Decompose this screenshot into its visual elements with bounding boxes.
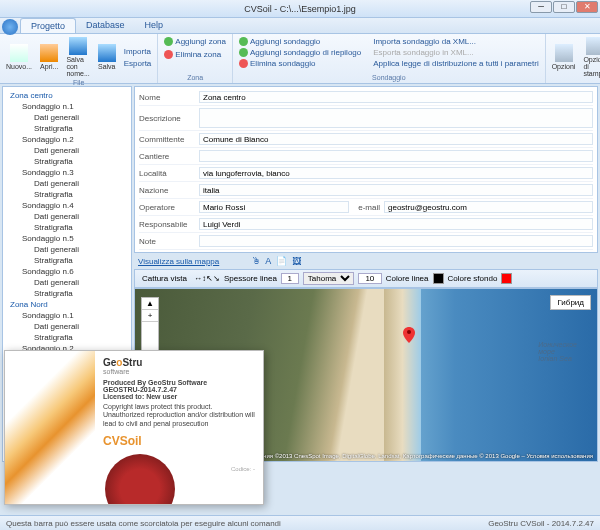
input-desc[interactable] xyxy=(199,108,593,128)
export-button[interactable]: Esporta xyxy=(122,58,154,69)
map-toolbar: Cattura vista ↔↕↖↘ Spessore linea Tahoma… xyxy=(134,269,598,288)
tree-leaf[interactable]: Dati generali xyxy=(6,244,128,255)
show-on-map-link[interactable]: Visualizza sulla mappa xyxy=(138,257,219,266)
tree-survey[interactable]: Sondaggio n.4 xyxy=(6,200,128,211)
tree-leaf[interactable]: Stratigrafia xyxy=(6,222,128,233)
delete-zone-button[interactable]: Elimina zona xyxy=(162,49,223,60)
x-icon xyxy=(239,59,248,68)
font-select[interactable]: Tahoma xyxy=(303,272,354,285)
input-loc[interactable]: via lungoferrovia, bianco xyxy=(199,167,593,179)
status-bar: Questa barra può essere usata come scorc… xyxy=(0,515,600,530)
tree-survey[interactable]: Sondaggio n.2 xyxy=(6,134,128,145)
ribbon-tabs: Progetto Database Help xyxy=(0,18,600,34)
tree-zone[interactable]: Zona Nord xyxy=(6,299,128,310)
label-desc: Descrizione xyxy=(139,114,199,123)
brand-logo: GeoStru xyxy=(103,357,255,368)
titlebar: CVSoil - C:\...\Esempio1.jpg ─ □ ✕ xyxy=(0,0,600,18)
apply-law-button[interactable]: Applica legge di distribuzione a tutti i… xyxy=(371,58,540,69)
arrows-icon[interactable]: ↔↕↖↘ xyxy=(194,274,220,283)
label-naz: Nazione xyxy=(139,186,199,195)
input-naz[interactable]: italia xyxy=(199,184,593,196)
input-oper[interactable]: Mario Rossi xyxy=(199,201,349,213)
tree-leaf[interactable]: Dati generali xyxy=(6,211,128,222)
label-oper: Operatore xyxy=(139,203,199,212)
add-survey-button[interactable]: Aggiungi sondaggio xyxy=(237,36,363,47)
input-email[interactable]: geostru@geostru.com xyxy=(384,201,593,213)
tree-survey[interactable]: Sondaggio n.5 xyxy=(6,233,128,244)
capture-view-button[interactable]: Cattura vista xyxy=(139,273,190,284)
tree-leaf[interactable]: Dati generali xyxy=(6,277,128,288)
tree-leaf[interactable]: Dati generali xyxy=(6,321,128,332)
add-summary-button[interactable]: Aggiungi sondaggio di riepilogo xyxy=(237,47,363,58)
tree-survey[interactable]: Sondaggio n.1 xyxy=(6,101,128,112)
import-xml-button[interactable]: Importa sondaggio da XML... xyxy=(371,36,540,47)
label-cant: Cantiere xyxy=(139,152,199,161)
product-name: CVSoil xyxy=(103,434,255,448)
map-link-row: Visualizza sulla mappa 🖱 A 📄 🖼 xyxy=(134,253,598,269)
maximize-button[interactable]: □ xyxy=(553,1,575,13)
input-comm[interactable]: Comune di Bianco xyxy=(199,133,593,145)
status-version: GeoStru CVSoil - 2014.7.2.47 xyxy=(488,519,594,528)
print-icon xyxy=(586,37,600,55)
input-nome[interactable]: Zona centro xyxy=(199,91,593,103)
tree-zone[interactable]: Zona centro xyxy=(6,90,128,101)
plus-icon xyxy=(239,37,248,46)
tree-leaf[interactable]: Stratigrafia xyxy=(6,123,128,134)
app-menu-icon[interactable] xyxy=(2,19,18,35)
print-options-button[interactable]: Opzioni di stampa xyxy=(581,36,600,78)
map-toolbar-icons[interactable]: 🖱 A 📄 🖼 xyxy=(252,256,301,266)
label-line-color: Colore linea xyxy=(386,274,429,283)
map-pin-icon xyxy=(403,327,415,343)
save-button[interactable]: Salva xyxy=(96,43,118,71)
add-zone-button[interactable]: Aggiungi zona xyxy=(162,36,228,47)
ribbon-group-file: Nuovo... Apri... Salva con nome... Salva… xyxy=(0,34,158,83)
form-panel: NomeZona centro Descrizione CommittenteC… xyxy=(134,86,598,253)
label-thickness: Spessore linea xyxy=(224,274,277,283)
tree-survey[interactable]: Sondaggio n.1 xyxy=(6,310,128,321)
close-button[interactable]: ✕ xyxy=(576,1,598,13)
bg-color-swatch[interactable] xyxy=(501,273,512,284)
tree-leaf[interactable]: Dati generali xyxy=(6,178,128,189)
svg-point-0 xyxy=(407,330,411,334)
options-button[interactable]: Opzioni xyxy=(550,43,578,71)
tree-survey[interactable]: Sondaggio n.6 xyxy=(6,266,128,277)
map-type-button[interactable]: Гибрид xyxy=(550,295,591,310)
tab-database[interactable]: Database xyxy=(76,18,135,33)
label-loc: Località xyxy=(139,169,199,178)
ribbon: Nuovo... Apri... Salva con nome... Salva… xyxy=(0,34,600,84)
fontsize-input[interactable] xyxy=(358,273,382,284)
tab-progetto[interactable]: Progetto xyxy=(20,18,76,33)
ribbon-group-zona: Aggiungi zona Elimina zona Zona xyxy=(158,34,233,83)
input-note[interactable] xyxy=(199,235,593,247)
delete-survey-button[interactable]: Elimina sondaggio xyxy=(237,58,363,69)
map-beach xyxy=(384,289,421,461)
tree-leaf[interactable]: Stratigrafia xyxy=(6,332,128,343)
open-button[interactable]: Apri... xyxy=(38,43,60,71)
line-color-swatch[interactable] xyxy=(433,273,444,284)
input-resp[interactable]: Luigi Verdi xyxy=(199,218,593,230)
new-button[interactable]: Nuovo... xyxy=(4,43,34,71)
map-sea-label: Ионическое море Ionian Sea xyxy=(538,341,577,362)
input-thickness[interactable] xyxy=(281,273,299,284)
ribbon-group-opzioni: Opzioni Opzioni di stampa Stampa relazio… xyxy=(546,34,600,83)
tree-leaf[interactable]: Dati generali xyxy=(6,112,128,123)
tree-leaf[interactable]: Stratigrafia xyxy=(6,156,128,167)
import-button[interactable]: Importa xyxy=(122,46,154,57)
status-text: Questa barra può essere usata come scorc… xyxy=(6,519,281,528)
tree-survey[interactable]: Sondaggio n.3 xyxy=(6,167,128,178)
tree-leaf[interactable]: Stratigrafia xyxy=(6,189,128,200)
tree-leaf[interactable]: Stratigrafia xyxy=(6,288,128,299)
about-graphic xyxy=(5,351,95,504)
label-note: Note xyxy=(139,237,199,246)
input-cant[interactable] xyxy=(199,150,593,162)
gear-icon xyxy=(555,44,573,62)
new-icon xyxy=(10,44,28,62)
tree-leaf[interactable]: Dati generali xyxy=(6,145,128,156)
tree-leaf[interactable]: Stratigrafia xyxy=(6,255,128,266)
minimize-button[interactable]: ─ xyxy=(530,1,552,13)
tab-help[interactable]: Help xyxy=(135,18,174,33)
plus-icon xyxy=(164,37,173,46)
window-buttons: ─ □ ✕ xyxy=(530,1,598,13)
export-xml-button[interactable]: Esporta sondaggio in XML... xyxy=(371,47,540,58)
saveas-button[interactable]: Salva con nome... xyxy=(64,36,91,78)
